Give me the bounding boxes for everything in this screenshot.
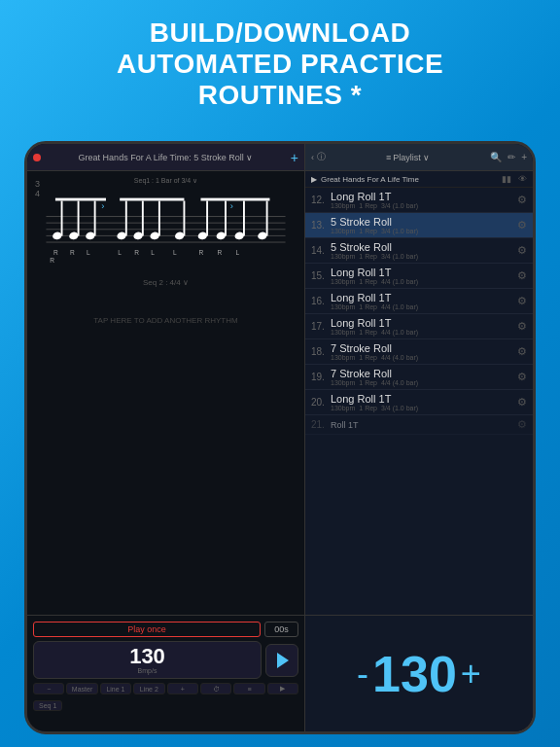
item-name: Long Roll 1T xyxy=(331,267,517,278)
item-name: Long Roll 1T xyxy=(331,317,517,329)
add-button[interactable]: + xyxy=(291,150,298,165)
play-once-row: Play once 00s xyxy=(33,622,298,637)
master-button[interactable]: Master xyxy=(66,683,97,694)
gear-icon[interactable]: ⚙ xyxy=(517,219,527,231)
svg-rect-23 xyxy=(200,198,269,201)
plus-sub-button[interactable]: + xyxy=(167,683,198,694)
playlist-text: Playlist ∨ xyxy=(393,153,430,162)
right-panel: ‹ ⓘ ≡ Playlist ∨ 🔍 ✏ + ▶ Great Hands For… xyxy=(305,144,533,615)
line2-button[interactable]: Line 2 xyxy=(133,683,164,694)
seq2-label: Seq 2 : 4/4 ∨ xyxy=(37,278,295,287)
item-meta: 130bpm1 Rep4/4 (1.0 bar) xyxy=(331,303,517,310)
list-item[interactable]: 17. Long Roll 1T 130bpm1 Rep4/4 (1.0 bar… xyxy=(305,314,533,339)
clock-button[interactable]: ⏱ xyxy=(200,683,231,694)
seq-row: Seq 1 xyxy=(33,700,298,711)
seq-selector[interactable]: Seq 1 xyxy=(33,700,62,711)
big-bpm-display: 130 xyxy=(368,649,461,699)
add-playlist-icon[interactable]: + xyxy=(521,152,527,162)
song-title: Great Hands For A Life Time: 5 Stroke Ro… xyxy=(45,153,287,162)
gear-icon[interactable]: ⚙ xyxy=(517,244,527,257)
list-item[interactable]: 14. 5 Stroke Roll 130bpm1 Rep3/4 (1.0 ba… xyxy=(305,238,533,264)
play-once-button[interactable]: Play once xyxy=(33,622,261,637)
search-icon[interactable]: 🔍 xyxy=(490,152,502,162)
gear-icon[interactable]: ⚙ xyxy=(517,295,527,307)
item-name: Roll 1T xyxy=(331,420,517,430)
line1-button[interactable]: Line 1 xyxy=(100,683,131,694)
item-number: 20. xyxy=(311,397,331,408)
list-item[interactable]: 15. Long Roll 1T 130bpm1 Rep4/4 (1.0 bar… xyxy=(305,264,533,289)
metronome-button[interactable]: ≡ xyxy=(233,683,264,694)
left-top-bar: Great Hands For A Life Time: 5 Stroke Ro… xyxy=(27,144,304,171)
svg-text:L: L xyxy=(87,249,90,256)
list-item[interactable]: 20. Long Roll 1T 130bpm1 Rep3/4 (1.0 bar… xyxy=(305,390,533,415)
list-item[interactable]: 19. 7 Stroke Roll 130bpm1 Rep4/4 (4.0 ba… xyxy=(305,365,533,390)
playlist-header: ‹ ⓘ ≡ Playlist ∨ 🔍 ✏ + xyxy=(305,144,533,171)
item-meta: 130bpm1 Rep3/4 (1.0 bar) xyxy=(331,228,517,234)
item-name: 7 Stroke Roll xyxy=(331,342,517,354)
gear-icon[interactable]: ⚙ xyxy=(517,396,527,409)
gear-icon[interactable]: ⚙ xyxy=(517,269,527,282)
list-item[interactable]: 16. Long Roll 1T 130bpm1 Rep4/4 (1.0 bar… xyxy=(305,289,533,314)
edit-icon[interactable]: ✏ xyxy=(508,152,515,162)
item-number: 15. xyxy=(311,270,331,281)
minus-sub-button[interactable]: − xyxy=(33,683,64,694)
tablet-wrapper: Great Hands For A Life Time: 5 Stroke Ro… xyxy=(24,141,536,747)
bpm-value: 130 xyxy=(129,646,165,667)
svg-text:R: R xyxy=(70,249,75,256)
svg-text:L: L xyxy=(173,249,177,256)
nav-icons: ‹ ⓘ xyxy=(311,151,326,163)
list-item[interactable]: 21. Roll 1T ⚙ xyxy=(305,415,533,435)
svg-text:›: › xyxy=(101,200,104,211)
play-button[interactable] xyxy=(265,644,298,677)
item-meta: 130bpm1 Rep3/4 (1.0 bar) xyxy=(331,405,517,411)
item-number: 19. xyxy=(311,372,331,382)
sound-button[interactable]: ▶ xyxy=(267,683,298,694)
list-item[interactable]: 12. Long Roll 1T 130bpm1 Rep3/4 (1.0 bar… xyxy=(305,188,533,213)
item-name: 5 Stroke Roll xyxy=(331,216,517,228)
item-name: 5 Stroke Roll xyxy=(331,241,517,253)
gear-icon[interactable]: ⚙ xyxy=(517,345,527,358)
seq-label-1: Seq1 : 1 Bar of 3/4 ∨ xyxy=(37,177,295,185)
playlist-menu-icon: ≡ xyxy=(386,153,391,162)
item-meta: 130bpm1 Rep4/4 (1.0 bar) xyxy=(331,278,517,285)
chevron-left-icon[interactable]: ‹ xyxy=(311,153,314,162)
item-info: Long Roll 1T 130bpm1 Rep4/4 (1.0 bar) xyxy=(331,317,517,336)
item-meta: 130bpm1 Rep3/4 (1.0 bar) xyxy=(331,202,517,209)
big-minus-button[interactable]: - xyxy=(357,654,368,694)
playlist-song-name: Great Hands For A Life Time xyxy=(321,175,498,184)
gear-icon[interactable]: ⚙ xyxy=(517,320,527,333)
play-indicator: ▶ xyxy=(311,175,317,184)
item-number: 16. xyxy=(311,296,331,306)
eye-icon: 👁 xyxy=(518,174,527,184)
notation-area: 34 Seq1 : 1 Bar of 3/4 ∨ › › xyxy=(27,171,304,615)
item-info: 7 Stroke Roll 130bpm1 Rep4/4 (4.0 bar) xyxy=(331,368,517,386)
list-item[interactable]: 18. 7 Stroke Roll 130bpm1 Rep4/4 (4.0 ba… xyxy=(305,339,533,365)
gear-icon[interactable]: ⚙ xyxy=(517,194,527,206)
sub-controls: − Master Line 1 Line 2 + ⏱ ≡ ▶ xyxy=(33,683,298,694)
item-number: 14. xyxy=(311,245,331,256)
svg-text:›: › xyxy=(230,200,233,211)
left-panel: Great Hands For A Life Time: 5 Stroke Ro… xyxy=(27,144,305,615)
item-info: 5 Stroke Roll 130bpm1 Rep3/4 (1.0 bar) xyxy=(331,241,517,260)
item-meta: 130bpm1 Rep4/4 (4.0 bar) xyxy=(331,354,517,361)
playlist-label[interactable]: ≡ Playlist ∨ xyxy=(386,153,430,162)
item-info: Long Roll 1T 130bpm1 Rep3/4 (1.0 bar) xyxy=(331,393,517,411)
svg-text:R: R xyxy=(199,249,204,256)
gear-icon[interactable]: ⚙ xyxy=(517,418,527,431)
tap-here-text[interactable]: TAP HERE TO ADD ANOTHER RHYTHM xyxy=(37,316,295,325)
item-meta: 130bpm1 Rep3/4 (1.0 bar) xyxy=(331,253,517,260)
item-number: 18. xyxy=(311,346,331,357)
time-display: 00s xyxy=(264,622,298,637)
item-info: Long Roll 1T 130bpm1 Rep4/4 (1.0 bar) xyxy=(331,292,517,310)
big-plus-button[interactable]: + xyxy=(461,654,481,694)
bars-chart-icon: ▮▮ xyxy=(502,174,511,184)
item-info: Long Roll 1T 130bpm1 Rep4/4 (1.0 bar) xyxy=(331,267,517,285)
left-controls: Play once 00s 130 Bmp/s − xyxy=(27,616,305,731)
svg-text:L: L xyxy=(118,249,122,256)
svg-rect-14 xyxy=(120,198,184,201)
list-item[interactable]: 13. 5 Stroke Roll 130bpm1 Rep3/4 (1.0 ba… xyxy=(305,213,533,238)
item-meta: 130bpm1 Rep4/4 (4.0 bar) xyxy=(331,379,517,386)
playlist-items: 12. Long Roll 1T 130bpm1 Rep3/4 (1.0 bar… xyxy=(305,188,533,615)
gear-icon[interactable]: ⚙ xyxy=(517,371,527,383)
bottom-bar: Play once 00s 130 Bmp/s − xyxy=(27,615,533,731)
